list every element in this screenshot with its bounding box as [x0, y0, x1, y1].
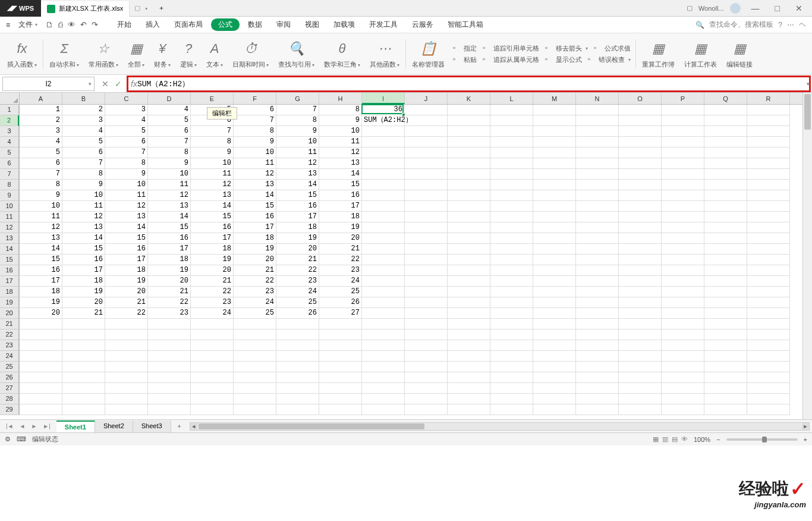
cell-J16[interactable] — [405, 265, 448, 276]
sheet-tab-Sheet3[interactable]: Sheet3 — [133, 420, 171, 432]
cell-K1[interactable] — [448, 105, 490, 115]
cell-E10[interactable]: 14 — [191, 201, 234, 212]
search-placeholder[interactable]: 查找命令、搜索模板 — [709, 20, 773, 30]
cell-M27[interactable] — [533, 383, 576, 394]
accept-formula-button[interactable]: ✓ — [115, 79, 122, 89]
cell-C18[interactable]: 20 — [105, 287, 148, 297]
cell-Q25[interactable] — [704, 362, 747, 372]
cell-K10[interactable] — [448, 201, 490, 212]
undo-icon[interactable]: ↶ — [80, 20, 87, 29]
cell-O18[interactable] — [619, 287, 662, 297]
ribbon-数学和三角[interactable]: θ数学和三角▾ — [319, 35, 365, 73]
cell-Q19[interactable] — [704, 297, 747, 308]
cell-Q24[interactable] — [704, 351, 747, 362]
cell-I26[interactable] — [362, 372, 405, 383]
cell-Q15[interactable] — [704, 255, 747, 265]
cell-H29[interactable] — [319, 404, 362, 415]
cell-D21[interactable] — [148, 319, 191, 329]
ribbon-计算工作表[interactable]: ▦计算工作表 — [679, 35, 722, 73]
cell-H13[interactable]: 20 — [319, 233, 362, 244]
cell-L19[interactable] — [490, 297, 533, 308]
cell-G14[interactable]: 20 — [276, 244, 319, 255]
cell-L22[interactable] — [490, 329, 533, 340]
cell-I23[interactable] — [362, 340, 405, 351]
cell-H27[interactable] — [319, 383, 362, 394]
cell-M22[interactable] — [533, 329, 576, 340]
cell-G18[interactable]: 24 — [276, 287, 319, 297]
cell-G29[interactable] — [276, 404, 319, 415]
cell-A5[interactable]: 5 — [20, 147, 62, 158]
cell-N25[interactable] — [576, 362, 619, 372]
cell-B27[interactable] — [62, 383, 105, 394]
cell-H8[interactable]: 15 — [319, 180, 362, 190]
cell-K12[interactable] — [448, 222, 490, 233]
cell-H11[interactable]: 18 — [319, 212, 362, 222]
col-header-Q[interactable]: Q — [704, 93, 747, 104]
cell-P23[interactable] — [662, 340, 704, 351]
new-tab-button[interactable]: ＋ — [152, 4, 171, 12]
cell-A6[interactable]: 6 — [20, 158, 62, 169]
cell-F23[interactable] — [234, 340, 276, 351]
cell-Q7[interactable] — [704, 169, 747, 180]
cell-H16[interactable]: 23 — [319, 265, 362, 276]
row-header-8[interactable]: 8 — [0, 180, 19, 190]
cell-R18[interactable] — [747, 287, 790, 297]
cell-F18[interactable]: 23 — [234, 287, 276, 297]
cell-I16[interactable] — [362, 265, 405, 276]
cell-C12[interactable]: 14 — [105, 222, 148, 233]
name-box[interactable]: I2 ▾ — [2, 77, 95, 91]
cell-I11[interactable] — [362, 212, 405, 222]
cell-M17[interactable] — [533, 276, 576, 287]
cell-R12[interactable] — [747, 222, 790, 233]
cell-R8[interactable] — [747, 180, 790, 190]
cell-N4[interactable] — [576, 137, 619, 147]
maximize-button[interactable]: □ — [770, 1, 785, 15]
menu-tab-6[interactable]: 视图 — [299, 17, 325, 32]
view-pagebreak-icon[interactable]: ▥ — [662, 435, 668, 443]
cell-D16[interactable]: 19 — [148, 265, 191, 276]
select-all-corner[interactable] — [0, 93, 20, 105]
cell-D13[interactable]: 16 — [148, 233, 191, 244]
cell-R24[interactable] — [747, 351, 790, 362]
cell-Q17[interactable] — [704, 276, 747, 287]
cell-B19[interactable]: 20 — [62, 297, 105, 308]
row-header-15[interactable]: 15 — [0, 255, 19, 265]
cell-G9[interactable]: 15 — [276, 190, 319, 201]
cell-A25[interactable] — [20, 362, 62, 372]
row-header-12[interactable]: 12 — [0, 222, 19, 233]
cell-B11[interactable]: 12 — [62, 212, 105, 222]
ribbon-item[interactable]: ▫追踪从属单元格 — [483, 55, 539, 64]
cell-K20[interactable] — [448, 308, 490, 319]
col-header-I[interactable]: I — [362, 93, 405, 104]
cell-I24[interactable] — [362, 351, 405, 362]
cell-C21[interactable] — [105, 319, 148, 329]
cell-Q23[interactable] — [704, 340, 747, 351]
cell-B13[interactable]: 14 — [62, 233, 105, 244]
col-header-R[interactable]: R — [747, 93, 790, 104]
cell-D1[interactable]: 4 — [148, 105, 191, 115]
cell-I27[interactable] — [362, 383, 405, 394]
cell-E5[interactable]: 9 — [191, 147, 234, 158]
cell-E15[interactable]: 19 — [191, 255, 234, 265]
cell-J27[interactable] — [405, 383, 448, 394]
cell-O13[interactable] — [619, 233, 662, 244]
cell-I15[interactable] — [362, 255, 405, 265]
sheet-nav-last[interactable]: ►| — [40, 423, 53, 429]
cell-L7[interactable] — [490, 169, 533, 180]
cell-I1[interactable]: 36 — [362, 105, 405, 115]
cell-R10[interactable] — [747, 201, 790, 212]
cell-N7[interactable] — [576, 169, 619, 180]
hscroll-left-button[interactable]: ◄ — [190, 423, 197, 430]
ribbon-全部[interactable]: ▦全部▾ — [123, 35, 149, 73]
cell-O15[interactable] — [619, 255, 662, 265]
cell-F15[interactable]: 20 — [234, 255, 276, 265]
cell-L15[interactable] — [490, 255, 533, 265]
cell-K19[interactable] — [448, 297, 490, 308]
cell-G13[interactable]: 19 — [276, 233, 319, 244]
cell-B3[interactable]: 4 — [62, 126, 105, 137]
cell-A16[interactable]: 16 — [20, 265, 62, 276]
cell-R21[interactable] — [747, 319, 790, 329]
cell-P3[interactable] — [662, 126, 704, 137]
menu-tab-8[interactable]: 开发工具 — [363, 17, 404, 32]
cell-O22[interactable] — [619, 329, 662, 340]
